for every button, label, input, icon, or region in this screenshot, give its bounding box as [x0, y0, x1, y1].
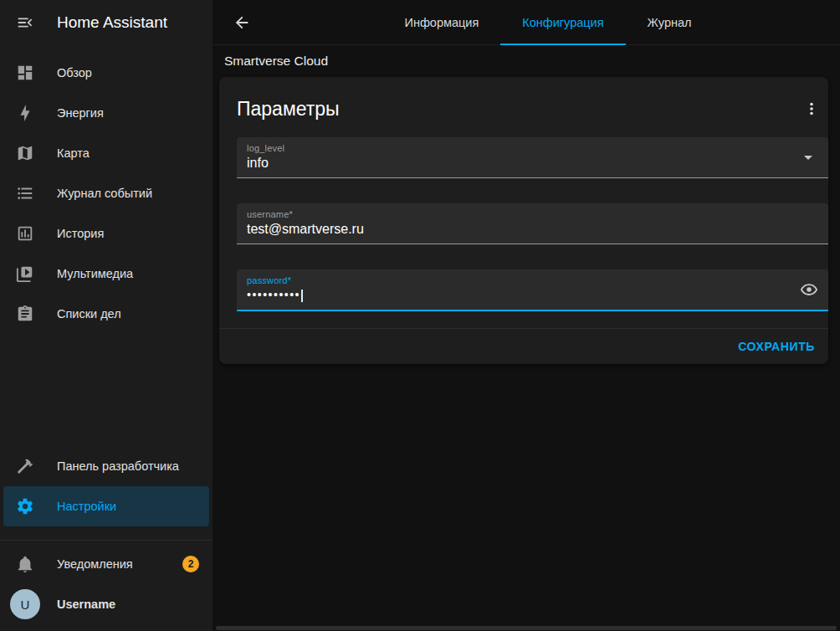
- save-button[interactable]: СОХРАНИТЬ: [731, 335, 822, 358]
- sidebar-item-logbook[interactable]: Журнал событий: [3, 173, 209, 213]
- sidebar-item-energy[interactable]: Энергия: [3, 93, 209, 133]
- sidebar-item-label: Настройки: [57, 500, 116, 513]
- tab-information[interactable]: Информация: [382, 0, 500, 45]
- sidebar-item-todo[interactable]: Списки дел: [3, 294, 209, 334]
- tab-bar: Информация Конфигурация Журнал: [213, 0, 840, 45]
- sidebar-nav: Обзор Энергия Карта Журнал событий Истор…: [0, 45, 213, 334]
- card-header: Параметры: [219, 77, 828, 137]
- card-body: log_level info username* test@smartverse…: [219, 137, 828, 311]
- hammer-icon: [15, 456, 35, 476]
- field-value: ••••••••••: [247, 288, 791, 302]
- field-value: test@smartverse.ru: [247, 222, 791, 237]
- text-cursor: [301, 290, 303, 302]
- gear-icon: [15, 496, 35, 516]
- sidebar-item-label: История: [57, 227, 104, 240]
- sidebar-item-label: Мультимедиа: [57, 267, 133, 280]
- map-icon: [15, 143, 35, 163]
- sidebar: Home Assistant Обзор Энергия Карта Журна…: [0, 0, 213, 631]
- dashboard-icon: [15, 63, 35, 83]
- sidebar-item-settings[interactable]: Настройки: [3, 486, 209, 526]
- notifications-label: Уведомления: [57, 557, 133, 571]
- bell-icon: [15, 554, 35, 574]
- notifications-badge: 2: [182, 556, 199, 572]
- media-icon: [15, 264, 35, 284]
- content-area: Smartverse Cloud Параметры log_level inf…: [213, 45, 840, 631]
- log-level-select[interactable]: log_level info: [237, 137, 828, 178]
- user-item[interactable]: U Username: [3, 584, 209, 624]
- sidebar-item-label: Энергия: [57, 106, 104, 120]
- sidebar-item-label: Списки дел: [57, 307, 121, 321]
- topbar: Информация Конфигурация Журнал: [213, 0, 840, 45]
- app-title: Home Assistant: [57, 13, 167, 32]
- options-card: Параметры log_level info username*: [219, 77, 828, 364]
- sidebar-item-label: Карта: [57, 146, 90, 160]
- password-visibility-toggle[interactable]: [800, 280, 818, 299]
- sidebar-secondary-nav: Панель разработчика Настройки: [0, 446, 213, 526]
- field-label: username*: [247, 209, 791, 219]
- card-menu-button[interactable]: [800, 97, 823, 121]
- menu-toggle-icon[interactable]: [14, 12, 36, 33]
- user-avatar: U: [10, 589, 40, 619]
- integration-entry-title: Smartverse Cloud: [219, 45, 828, 77]
- field-label: password*: [247, 275, 791, 285]
- chevron-down-icon[interactable]: [798, 147, 818, 167]
- lightning-icon: [15, 103, 35, 123]
- logbook-icon: [15, 183, 35, 203]
- main-area: Информация Конфигурация Журнал Smartvers…: [213, 0, 840, 631]
- sidebar-spacer: [0, 334, 213, 446]
- eye-icon: [800, 280, 818, 299]
- sidebar-item-history[interactable]: История: [3, 213, 209, 254]
- todo-list-icon: [15, 304, 35, 324]
- tab-label: Информация: [404, 16, 479, 29]
- history-chart-icon: [15, 223, 35, 244]
- tab-log[interactable]: Журнал: [626, 0, 714, 45]
- username-field[interactable]: username* test@smartverse.ru: [237, 203, 828, 244]
- sidebar-item-overview[interactable]: Обзор: [3, 53, 209, 93]
- sidebar-item-label: Журнал событий: [57, 187, 152, 200]
- user-name: Username: [57, 598, 115, 611]
- password-field[interactable]: password* ••••••••••: [237, 269, 828, 311]
- sidebar-header: Home Assistant: [0, 0, 213, 45]
- field-value: info: [247, 156, 791, 171]
- card-actions: СОХРАНИТЬ: [219, 328, 828, 364]
- sidebar-item-map[interactable]: Карта: [3, 133, 209, 173]
- kebab-menu-icon: [802, 100, 821, 118]
- sidebar-item-developer-tools[interactable]: Панель разработчика: [3, 446, 209, 486]
- tab-configuration[interactable]: Конфигурация: [500, 0, 625, 45]
- card-title: Параметры: [237, 98, 340, 121]
- sidebar-item-media[interactable]: Мультимедиа: [3, 254, 209, 294]
- sidebar-bottom: Уведомления 2 U Username: [0, 540, 213, 631]
- notifications-item[interactable]: Уведомления 2: [3, 544, 209, 584]
- sidebar-item-label: Панель разработчика: [57, 459, 179, 473]
- horizontal-scrollbar[interactable]: [216, 626, 837, 630]
- app-window: Home Assistant Обзор Энергия Карта Журна…: [0, 0, 840, 631]
- tab-label: Конфигурация: [522, 16, 603, 29]
- field-label: log_level: [247, 143, 791, 153]
- masked-password: ••••••••••: [247, 288, 300, 301]
- tab-label: Журнал: [648, 16, 692, 29]
- sidebar-item-label: Обзор: [57, 66, 92, 80]
